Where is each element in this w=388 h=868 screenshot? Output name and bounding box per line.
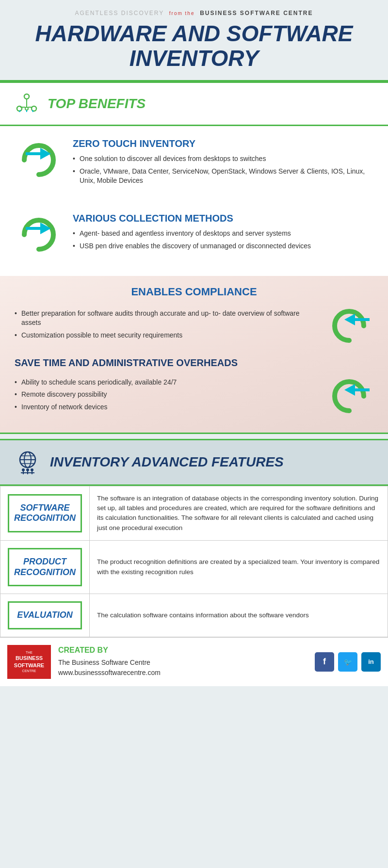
features-divider-top: [0, 433, 388, 434]
compliance-row: ENABLES COMPLIANCE Better preparation fo…: [0, 276, 388, 433]
logo-the: THE: [14, 650, 44, 655]
feature-label-cell: PRODUCTRECOGNITION: [0, 540, 90, 594]
compliance-text: Better preparation for software audits t…: [15, 309, 315, 343]
save-time-text: Ability to schedule scans periodically, …: [15, 378, 315, 415]
table-row: SOFTWARERECOGNITION The software is an i…: [0, 486, 388, 540]
company-name: The Business Software Centre: [58, 658, 307, 668]
list-item: Customization possible to meet security …: [15, 331, 315, 340]
linkedin-icon: in: [368, 658, 374, 665]
product-recognition-desc: The product recognition definitions are …: [90, 540, 388, 594]
list-item: Inventory of network devices: [15, 402, 315, 412]
facebook-button[interactable]: f: [315, 652, 334, 672]
zero-touch-list: One solution to discover all devices fro…: [73, 154, 373, 186]
compliance-content: Better preparation for software audits t…: [15, 304, 373, 348]
logo-centre: CENTRE: [14, 669, 44, 673]
feature-label-cell: EVALUATION: [0, 594, 90, 637]
save-time-icon: [325, 374, 373, 418]
svg-marker-18: [344, 384, 355, 396]
tagline-from: FROM THE: [169, 11, 195, 16]
collection-title: VARIOUS COLLECTION METHODS: [73, 213, 373, 224]
zero-touch-text: ZERO TOUCH INVENTORY One solution to dis…: [73, 138, 373, 189]
svg-point-31: [31, 468, 33, 471]
benefits-section: ZERO TOUCH INVENTORY One solution to dis…: [0, 126, 388, 433]
logo-business: BUSINESS: [14, 655, 44, 661]
collection-list: Agent- based and agentless inventory of …: [73, 229, 373, 251]
svg-point-3: [25, 107, 28, 110]
globe-icon: [15, 449, 41, 476]
logo-software: SOFTWARE: [14, 662, 44, 669]
footer: THE BUSINESS SOFTWARE CENTRE CREATED BY …: [0, 637, 388, 686]
zero-touch-title: ZERO TOUCH INVENTORY: [73, 138, 373, 149]
save-time-content: Ability to schedule scans periodically, …: [15, 374, 373, 418]
features-table: SOFTWARERECOGNITION The software is an i…: [0, 486, 388, 637]
twitter-icon: 🐦: [344, 658, 352, 666]
list-item: Better preparation for software audits t…: [15, 309, 315, 328]
save-time-list: Ability to schedule scans periodically, …: [15, 378, 315, 412]
logo-text: THE BUSINESS SOFTWARE CENTRE: [14, 650, 44, 673]
header: AGENTLESS DISCOVERY FROM THE BUSINESS SO…: [0, 0, 388, 80]
company-logo: THE BUSINESS SOFTWARE CENTRE: [7, 645, 51, 679]
advanced-features-title: INVENTORY ADVANCED FEATURES: [50, 454, 284, 470]
software-recognition-desc: The software is an integration of databa…: [90, 486, 388, 540]
compliance-list: Better preparation for software audits t…: [15, 309, 315, 340]
twitter-button[interactable]: 🐦: [338, 652, 357, 672]
social-icons: f 🐦 in: [315, 652, 381, 672]
tagline-bsc: BUSINESS SOFTWARE CENTRE: [200, 10, 313, 16]
compliance-icon: [325, 304, 373, 348]
advanced-features-header: INVENTORY ADVANCED FEATURES: [0, 439, 388, 484]
product-recognition-label: PRODUCTRECOGNITION: [8, 548, 82, 586]
feature-label-cell: SOFTWARERECOGNITION: [0, 486, 90, 540]
collection-row: VARIOUS COLLECTION METHODS Agent- based …: [0, 208, 388, 276]
top-benefits-title: TOP BENEFITS: [48, 96, 146, 112]
list-item: Remote discovery possibility: [15, 390, 315, 400]
list-item: One solution to discover all devices fro…: [73, 154, 373, 164]
save-time-title: SAVE TIME AND ADMINISTRATIVE OVERHEADS: [15, 357, 373, 369]
footer-info: CREATED BY The Business Software Centre …: [58, 646, 307, 678]
collection-icon: [15, 213, 63, 257]
svg-line-11: [32, 110, 33, 112]
main-title: HARDWARE and SOFTWARE INVENTORY: [15, 21, 373, 70]
linkedin-button[interactable]: in: [361, 652, 381, 672]
website: www.businesssoftwarecentre.com: [58, 668, 307, 678]
table-row: PRODUCTRECOGNITION The product recogniti…: [0, 540, 388, 594]
list-item: Oracle, VMware, Data Center, ServiceNow,…: [73, 167, 373, 186]
zero-touch-row: ZERO TOUCH INVENTORY One solution to dis…: [0, 126, 388, 208]
evaluation-desc: The calculation software contains inform…: [90, 594, 388, 637]
facebook-icon: f: [323, 657, 326, 667]
collection-text: VARIOUS COLLECTION METHODS Agent- based …: [73, 213, 373, 254]
top-benefits-header: TOP BENEFITS: [0, 81, 388, 125]
zero-touch-icon: [15, 138, 63, 182]
save-time-row: SAVE TIME AND ADMINISTRATIVE OVERHEADS A…: [15, 357, 373, 418]
software-recognition-label: SOFTWARERECOGNITION: [8, 494, 82, 532]
network-icon: [15, 92, 39, 116]
tagline-agentless: AGENTLESS DISCOVERY: [75, 10, 164, 16]
created-by-label: CREATED BY: [58, 646, 307, 655]
list-item: Agent- based and agentless inventory of …: [73, 229, 373, 239]
svg-point-0: [24, 94, 29, 99]
table-row: EVALUATION The calculation software cont…: [0, 594, 388, 637]
tagline: AGENTLESS DISCOVERY FROM THE BUSINESS SO…: [15, 10, 373, 16]
collection-benefit: VARIOUS COLLECTION METHODS Agent- based …: [15, 213, 373, 257]
list-item: USB pen drive enables the discovery of u…: [73, 241, 373, 251]
compliance-title: ENABLES COMPLIANCE: [15, 286, 373, 298]
svg-line-10: [19, 110, 20, 112]
svg-point-28: [26, 468, 29, 471]
zero-touch-benefit: ZERO TOUCH INVENTORY One solution to dis…: [15, 138, 373, 189]
svg-marker-16: [344, 314, 355, 325]
evaluation-label: EVALUATION: [8, 601, 82, 629]
svg-point-25: [22, 468, 25, 471]
list-item: Ability to schedule scans periodically, …: [15, 378, 315, 387]
